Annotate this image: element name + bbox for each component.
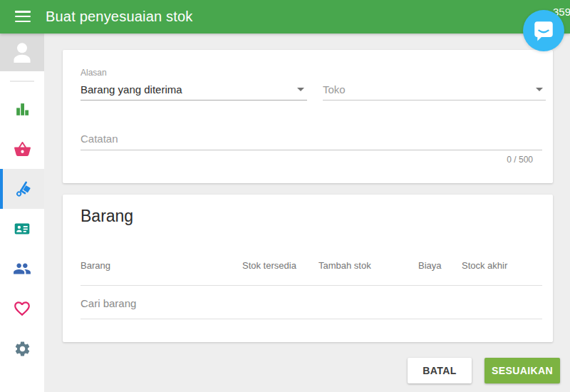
sidebar-divider <box>10 81 34 82</box>
sidebar-item-favorites[interactable] <box>0 289 44 329</box>
chevron-down-icon <box>297 88 304 91</box>
note-input[interactable] <box>81 127 542 150</box>
shopping-basket-icon <box>14 140 31 158</box>
column-header-barang: Barang <box>81 260 110 271</box>
sidebar-item-customers[interactable] <box>0 249 44 289</box>
sidebar-item-stock[interactable] <box>0 169 44 209</box>
hamburger-menu-icon[interactable] <box>15 11 31 23</box>
sidebar-item-contacts[interactable] <box>0 209 44 249</box>
chat-fab[interactable] <box>523 10 564 51</box>
table-divider <box>81 285 542 286</box>
table-divider <box>81 319 542 319</box>
column-header-biaya: Biaya <box>418 260 442 271</box>
reason-select-value: Barang yang diterima <box>81 83 182 96</box>
store-select-placeholder: Toko <box>323 83 346 96</box>
sidebar-item-settings[interactable] <box>0 329 44 368</box>
sidebar-item-dashboard[interactable] <box>0 89 44 129</box>
items-card-title: Barang <box>81 207 133 226</box>
reason-select[interactable]: Barang yang diterima <box>81 78 307 100</box>
cancel-button[interactable]: BATAL <box>408 358 472 383</box>
contact-card-icon <box>13 220 31 238</box>
item-search-input[interactable] <box>81 292 542 314</box>
column-header-stok-tersedia: Stok tersedia <box>242 260 296 271</box>
column-header-stock-akhir: Stock akhir <box>462 260 507 271</box>
page-title: Buat penyesuaian stok <box>46 9 193 25</box>
reason-label: Alasan <box>81 68 107 78</box>
people-icon <box>13 259 31 278</box>
sidebar-nav <box>0 89 44 368</box>
submit-button[interactable]: SESUAIKAN <box>484 358 560 383</box>
chat-bubble-icon <box>531 18 556 43</box>
items-card: Barang Barang Stok tersedia Tambah stok … <box>63 195 553 342</box>
app-bar: Buat penyesuaian stok 359 <box>0 0 570 33</box>
store-select[interactable]: Toko <box>323 78 546 100</box>
sidebar-item-sales[interactable] <box>0 129 44 169</box>
column-header-tambah-stok: Tambah stok <box>318 260 371 271</box>
gear-icon <box>14 340 31 358</box>
bar-chart-icon <box>14 100 31 118</box>
sidebar <box>0 33 44 392</box>
app-root: Buat penyesuaian stok 359 <box>0 0 570 392</box>
hand-truck-icon <box>13 180 31 198</box>
heart-icon <box>13 299 31 318</box>
avatar-person-icon <box>7 38 37 68</box>
chevron-down-icon <box>536 88 543 91</box>
avatar[interactable] <box>0 33 44 71</box>
adjustment-form-card: Alasan Barang yang diterima Toko 0 / 500 <box>63 50 553 183</box>
char-counter: 0 / 500 <box>507 155 533 165</box>
